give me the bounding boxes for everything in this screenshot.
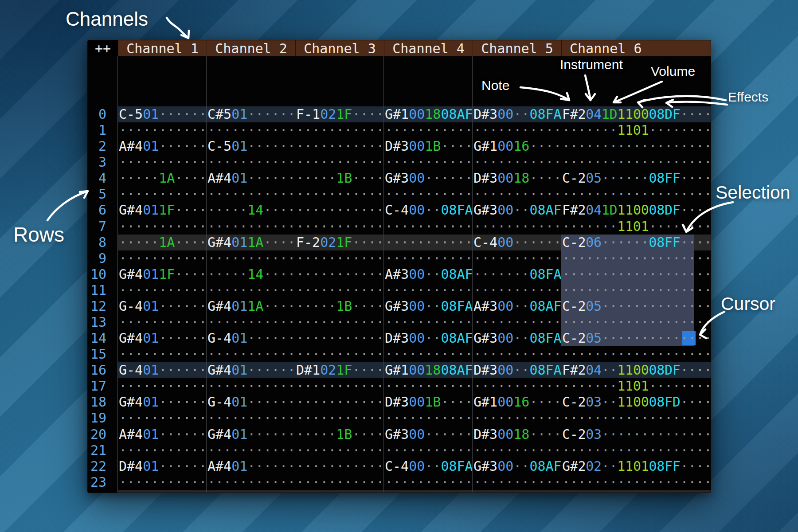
pattern-cell-ch5-row20[interactable]: D#30018····: [473, 426, 561, 442]
pattern-cell-ch6-row10[interactable]: ···················: [561, 266, 711, 282]
pattern-cell-ch4-row23[interactable]: ···········: [384, 474, 473, 490]
pattern-cell-ch6-row22[interactable]: G#202··110108FF····: [561, 458, 711, 474]
pattern-cell-ch3-row12[interactable]: ·····1B····: [295, 298, 384, 314]
pattern-cell-ch3-row5[interactable]: ···········: [295, 186, 384, 202]
pattern-cell-ch1-row12[interactable]: G-401······: [118, 298, 207, 314]
channel-header-3[interactable]: Channel 3: [295, 40, 384, 56]
channel-header-2[interactable]: Channel 2: [207, 40, 295, 56]
pattern-cell-ch1-row0[interactable]: C-501······: [118, 106, 207, 122]
pattern-cell-ch1-row5[interactable]: ···········: [118, 186, 207, 202]
pattern-cell-ch5-row11[interactable]: ···········: [473, 282, 561, 298]
pattern-cell-ch1-row21[interactable]: ···········: [118, 442, 207, 458]
pattern-cell-ch4-row8[interactable]: ···········: [384, 235, 473, 250]
pattern-cell-ch6-row13[interactable]: ···················: [561, 314, 711, 330]
pattern-cell-ch1-row16[interactable]: G-401······: [118, 362, 207, 378]
pattern-cell-ch1-row19[interactable]: ···········: [118, 410, 207, 426]
pattern-cell-ch5-row7[interactable]: ···········: [473, 219, 561, 235]
pattern-cell-ch4-row6[interactable]: C-400··08FA: [384, 202, 473, 218]
pattern-cell-ch4-row7[interactable]: ···········: [384, 219, 473, 235]
pattern-cell-ch1-row24[interactable]: ···········: [118, 490, 207, 493]
pattern-cell-ch1-row15[interactable]: ···········: [118, 346, 207, 362]
pattern-cell-ch2-row18[interactable]: G-401······: [207, 394, 295, 410]
pattern-cell-ch4-row0[interactable]: G#1001808AF: [384, 106, 473, 122]
pattern-cell-ch5-row13[interactable]: ···········: [473, 314, 561, 330]
pattern-cell-ch1-row1[interactable]: ···········: [118, 122, 207, 138]
pattern-cell-ch3-row19[interactable]: ···········: [295, 410, 384, 426]
pattern-cell-ch1-row10[interactable]: G#4011F····: [118, 266, 207, 282]
pattern-cell-ch2-row8[interactable]: G#4011A····: [207, 235, 295, 250]
pattern-cell-ch2-row5[interactable]: ···········: [207, 186, 295, 202]
pattern-cell-ch6-row4[interactable]: C-205······08FF····: [561, 170, 711, 186]
pattern-cell-ch4-row11[interactable]: ···········: [384, 282, 473, 298]
pattern-cell-ch1-row8[interactable]: ·····1A····: [118, 235, 207, 250]
pattern-cell-ch2-row2[interactable]: C-501······: [207, 138, 295, 154]
add-channel-button[interactable]: ++: [88, 40, 118, 56]
pattern-cell-ch2-row7[interactable]: ···········: [207, 219, 295, 235]
pattern-cell-ch6-row16[interactable]: F#204··110008DF····: [561, 362, 711, 378]
pattern-cell-ch2-row11[interactable]: ···········: [207, 282, 295, 298]
pattern-cell-ch2-row23[interactable]: ···········: [207, 474, 295, 490]
pattern-cell-ch2-row1[interactable]: ···········: [207, 122, 295, 138]
pattern-cell-ch5-row5[interactable]: ···········: [473, 186, 561, 202]
pattern-cell-ch5-row22[interactable]: G#300··08AF: [473, 458, 561, 474]
pattern-cell-ch3-row21[interactable]: ···········: [295, 442, 384, 458]
pattern-cell-ch3-row14[interactable]: ···········: [295, 330, 384, 346]
pattern-cell-ch6-row11[interactable]: ···················: [561, 282, 711, 298]
pattern-cell-ch5-row15[interactable]: ···········: [473, 346, 561, 362]
pattern-cell-ch5-row1[interactable]: ···········: [473, 122, 561, 138]
pattern-cell-ch3-row13[interactable]: ···········: [295, 314, 384, 330]
pattern-cell-ch5-row19[interactable]: ···········: [473, 410, 561, 426]
pattern-cell-ch4-row19[interactable]: ···········: [384, 410, 473, 426]
pattern-cell-ch6-row7[interactable]: ·······1101········: [561, 219, 711, 235]
pattern-cell-ch3-row17[interactable]: ···········: [295, 378, 384, 394]
pattern-cell-ch4-row2[interactable]: D#3001B····: [384, 138, 473, 154]
pattern-cell-ch5-row17[interactable]: ···········: [473, 378, 561, 394]
pattern-cell-ch5-row14[interactable]: G#300··08FA: [473, 330, 561, 346]
pattern-cell-ch2-row0[interactable]: C#501······: [207, 106, 295, 122]
pattern-cell-ch1-row7[interactable]: ···········: [118, 219, 207, 235]
pattern-cell-ch1-row6[interactable]: G#4011F····: [118, 202, 207, 218]
pattern-cell-ch3-row23[interactable]: ···········: [295, 474, 384, 490]
pattern-cell-ch4-row15[interactable]: ···········: [384, 346, 473, 362]
channel-header-4[interactable]: Channel 4: [384, 40, 473, 56]
pattern-cell-ch5-row2[interactable]: G#10016····: [473, 138, 561, 154]
pattern-cell-ch4-row24[interactable]: ···········: [384, 490, 473, 493]
pattern-cell-ch3-row22[interactable]: ···········: [295, 458, 384, 474]
pattern-cell-ch5-row21[interactable]: ···········: [473, 442, 561, 458]
pattern-cell-ch3-row16[interactable]: D#1021F····: [295, 362, 384, 378]
pattern-cell-ch5-row12[interactable]: A#300··08AF: [473, 298, 561, 314]
pattern-cell-ch2-row20[interactable]: G#401······: [207, 426, 295, 442]
pattern-cell-ch3-row1[interactable]: ···········: [295, 122, 384, 138]
pattern-cell-ch5-row0[interactable]: D#300··08FA: [473, 106, 561, 122]
pattern-cell-ch6-row15[interactable]: ···················: [561, 346, 711, 362]
pattern-cell-ch5-row6[interactable]: G#300··08AF: [473, 202, 561, 218]
pattern-cell-ch3-row10[interactable]: ···········: [295, 266, 384, 282]
pattern-cell-ch6-row2[interactable]: ···················: [561, 138, 711, 154]
pattern-cell-ch1-row11[interactable]: ···········: [118, 282, 207, 298]
pattern-cell-ch6-row6[interactable]: F#2041D110008DF····: [561, 202, 711, 218]
pattern-cell-ch3-row6[interactable]: ···········: [295, 202, 384, 218]
pattern-cell-ch1-row14[interactable]: G#401······: [118, 330, 207, 346]
pattern-cell-ch5-row23[interactable]: ···········: [473, 474, 561, 490]
pattern-cell-ch4-row17[interactable]: ···········: [384, 378, 473, 394]
pattern-cell-ch6-row12[interactable]: C-205··············: [561, 298, 711, 314]
pattern-cell-ch3-row20[interactable]: ·····1B····: [295, 426, 384, 442]
pattern-cell-ch3-row7[interactable]: ···········: [295, 219, 384, 235]
pattern-cell-ch2-row10[interactable]: ·····14····: [207, 266, 295, 282]
pattern-cell-ch2-row17[interactable]: ···········: [207, 378, 295, 394]
pattern-cell-ch2-row6[interactable]: ·····14····: [207, 202, 295, 218]
pattern-cell-ch4-row13[interactable]: ···········: [384, 314, 473, 330]
pattern-cell-ch6-row23[interactable]: ···················: [561, 474, 711, 490]
pattern-cell-ch6-row5[interactable]: ···················: [561, 186, 711, 202]
pattern-cell-ch2-row12[interactable]: G#4011A····: [207, 298, 295, 314]
pattern-cell-ch4-row10[interactable]: A#300··08AF: [384, 266, 473, 282]
pattern-cell-ch1-row17[interactable]: ···········: [118, 378, 207, 394]
pattern-cell-ch5-row24[interactable]: C-400······: [473, 490, 561, 493]
pattern-cell-ch2-row14[interactable]: G-401······: [207, 330, 295, 346]
pattern-cell-ch5-row10[interactable]: ·······08FA: [473, 266, 561, 282]
pattern-cell-ch6-row17[interactable]: ·······1101········: [561, 378, 711, 394]
pattern-cell-ch1-row18[interactable]: G#401······: [118, 394, 207, 410]
pattern-cell-ch3-row18[interactable]: ···········: [295, 394, 384, 410]
pattern-cell-ch1-row4[interactable]: ·····1A····: [118, 170, 207, 186]
pattern-cell-ch5-row8[interactable]: C-400······: [473, 235, 561, 250]
